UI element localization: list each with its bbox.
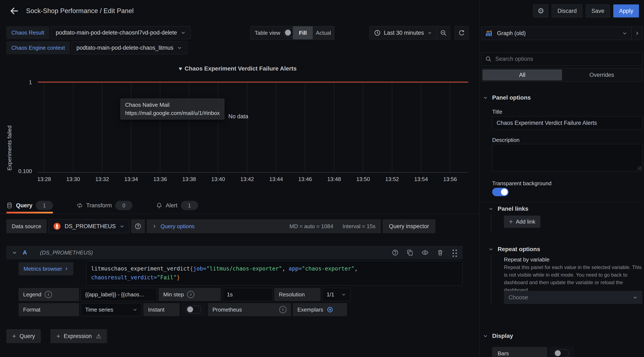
heart-icon: ♥ — [179, 66, 182, 72]
actual-option[interactable]: Actual — [313, 26, 334, 39]
x-axis-tick: 13:34 — [124, 176, 138, 182]
metrics-browser-button[interactable]: Metrics browser — [18, 262, 74, 275]
visualization-select[interactable]: Graph (old) — [481, 27, 632, 40]
add-query-button[interactable]: + Query — [6, 329, 41, 343]
graph-plot-area[interactable]: No data Chaos Native Mail https://mail.g… — [38, 82, 468, 173]
promql-line: chaosresult_verdict="Fail"} — [91, 273, 458, 282]
instant-switch[interactable] — [186, 306, 201, 314]
datasource-select[interactable]: DS_PROMETHEUS — [48, 219, 129, 233]
tab-overrides[interactable]: Overrides — [562, 70, 642, 80]
query-inspector-button[interactable]: Query inspector — [382, 219, 435, 233]
bell-icon — [156, 202, 162, 209]
back-button[interactable] — [8, 5, 20, 17]
datasource-name: DS_PROMETHEUS — [64, 223, 116, 230]
panel-description-textarea[interactable] — [492, 144, 643, 171]
duplicate-query-icon[interactable] — [406, 249, 414, 256]
legend-label: Legend i — [18, 288, 79, 301]
save-button[interactable]: Save — [586, 5, 610, 18]
gridline — [363, 83, 363, 173]
options-search[interactable] — [481, 52, 643, 66]
legend-input[interactable] — [81, 288, 157, 301]
promql-expression-input[interactable]: litmuschaos_experiment_verdict{job="litm… — [86, 261, 462, 285]
variable-value-dropdown[interactable]: podtato-main-pod-delete-chaos_litmus — [72, 41, 187, 54]
search-icon — [485, 56, 492, 62]
resolution-label: Resolution — [274, 288, 320, 301]
toggle-visibility-icon[interactable] — [421, 249, 429, 256]
transparent-background-toggle[interactable] — [492, 188, 508, 196]
variable-value-dropdown[interactable]: podtato-main-pod-delete-chaosnl7vd-pod-d… — [51, 26, 190, 39]
chevron-down-icon — [483, 95, 488, 100]
chevron-down-icon — [341, 292, 346, 297]
section-divider — [481, 202, 643, 202]
query-options-label: Query options — [160, 223, 194, 230]
no-data-text: No data — [228, 113, 248, 120]
sidebar-divider — [479, 0, 480, 357]
query-datasource-hint: (DS_PROMETHEUS) — [40, 249, 93, 256]
gridline — [73, 83, 74, 173]
gridline — [160, 83, 160, 173]
panel-settings-button[interactable]: ⚙ — [533, 5, 548, 18]
tab-query[interactable]: Query 1 — [6, 197, 53, 214]
drag-handle[interactable] — [451, 248, 457, 257]
repeat-variable-select[interactable]: Choose — [504, 291, 642, 304]
format-select[interactable]: Time series — [81, 303, 142, 316]
gridline — [44, 83, 44, 173]
time-range-label: Last 30 minutes — [384, 30, 424, 36]
panel-options-header[interactable]: Panel options — [483, 94, 531, 101]
delete-query-icon[interactable] — [436, 249, 444, 256]
chevron-down-icon — [633, 295, 638, 300]
y-axis-tick: 0.100 — [0, 168, 32, 175]
query-options-row-1: Legend i Min step i Resolution 1/1 — [18, 288, 350, 301]
tab-count-badge: 1 — [36, 201, 53, 210]
fill-option[interactable]: Fill — [293, 26, 313, 39]
bars-switch[interactable] — [554, 349, 569, 357]
x-axis-tick: 13:56 — [443, 176, 457, 182]
add-link-button[interactable]: + Add link — [504, 216, 540, 228]
indent-guide — [491, 214, 492, 232]
options-search-input[interactable] — [495, 56, 639, 63]
tabs-divider — [0, 214, 479, 214]
collapse-options-pane-button[interactable] — [632, 27, 643, 40]
time-range-picker[interactable]: Last 30 minutes — [370, 26, 436, 39]
chevron-down-icon — [622, 31, 627, 36]
database-icon — [6, 202, 12, 209]
chevron-down-icon — [177, 45, 182, 50]
panel-links-header[interactable]: Panel links — [488, 205, 528, 212]
variable-label: Chaos Result — [6, 26, 49, 39]
chevron-down-icon — [488, 206, 494, 211]
tab-label: Alert — [166, 202, 178, 209]
datasource-help-button[interactable] — [131, 219, 145, 233]
plus-icon: + — [12, 332, 16, 340]
instant-toggle[interactable] — [181, 303, 206, 316]
y-axis-label: Experiments failed — [6, 91, 13, 171]
bars-toggle[interactable] — [549, 347, 574, 357]
tab-all[interactable]: All — [482, 70, 562, 80]
visualization-name: Graph (old) — [497, 30, 526, 37]
refresh-button[interactable] — [455, 26, 468, 40]
display-section-header[interactable]: Display — [483, 332, 513, 339]
chart-title: ♥Chaos Experiment Verdict Failure Alerts — [0, 65, 475, 72]
panel-title-input[interactable] — [492, 116, 643, 130]
top-navbar: Sock-Shop Performance / Edit Panel ⚙ Dis… — [0, 0, 644, 22]
query-options-expander[interactable]: Query options MD = auto = 1084 Interval … — [146, 219, 381, 233]
discard-button[interactable]: Discard — [552, 5, 582, 18]
repeat-by-variable-label: Repeat by variable — [504, 256, 550, 263]
query-row-header[interactable]: A (DS_PROMETHEUS) — [6, 246, 463, 259]
min-step-input[interactable] — [222, 288, 272, 301]
query-stats: MD = auto = 1084 Interval = 15s — [290, 223, 376, 230]
x-axis-tick: 13:44 — [269, 176, 283, 182]
info-icon: i — [279, 306, 286, 313]
query-help-icon[interactable] — [392, 249, 399, 256]
indent-guide — [491, 254, 492, 305]
zoom-out-button[interactable] — [436, 26, 450, 39]
add-expression-button[interactable]: + Expression ⚠ — [50, 329, 107, 343]
resolution-select[interactable]: 1/1 — [322, 288, 350, 301]
bars-label: Bars — [492, 347, 547, 357]
x-axis-ticks: 13:2813:3013:3213:3413:3613:3813:4013:42… — [44, 176, 450, 183]
tab-alert[interactable]: Alert 1 — [156, 197, 198, 214]
textarea-resize-handle[interactable] — [638, 166, 642, 170]
apply-button[interactable]: Apply — [613, 5, 639, 18]
exemplars-eye-icon[interactable] — [327, 306, 333, 313]
repeat-options-header[interactable]: Repeat options — [488, 246, 540, 253]
tab-transform[interactable]: Transform 0 — [76, 197, 132, 214]
